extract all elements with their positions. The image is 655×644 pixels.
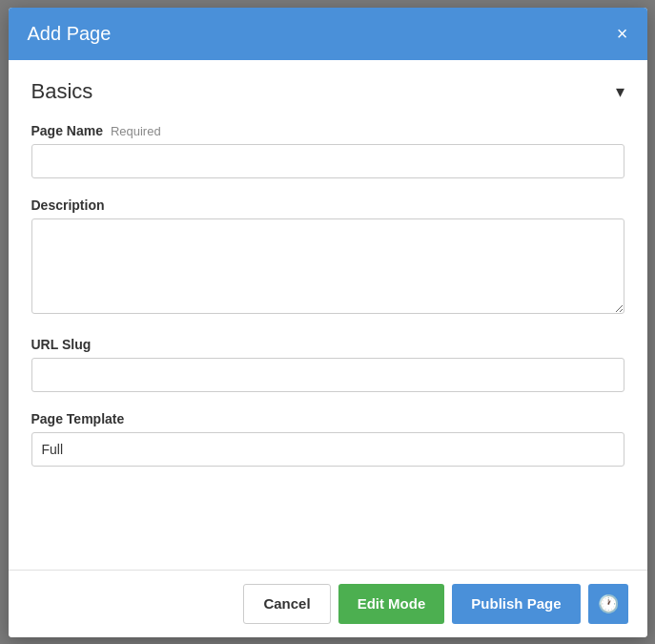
required-text: Required: [111, 124, 161, 138]
form-group-page-name: Page Name Required: [31, 123, 624, 178]
schedule-button[interactable]: 🕐: [588, 584, 628, 624]
close-button[interactable]: ×: [617, 24, 628, 43]
modal-body: Basics ▾ Page Name Required Description …: [9, 60, 647, 570]
cancel-button[interactable]: Cancel: [243, 584, 330, 624]
modal-footer: Cancel Edit Mode Publish Page 🕐: [9, 570, 647, 637]
page-template-label: Page Template: [31, 411, 624, 426]
publish-page-button[interactable]: Publish Page: [452, 584, 580, 624]
modal-container: Add Page × Basics ▾ Page Name Required D…: [9, 8, 647, 637]
url-slug-input[interactable]: [31, 358, 624, 392]
form-group-url-slug: URL Slug: [31, 337, 624, 392]
description-input[interactable]: [31, 218, 624, 314]
clock-icon: 🕐: [598, 593, 619, 614]
url-slug-label: URL Slug: [31, 337, 624, 352]
form-group-description: Description: [31, 197, 624, 318]
section-title-basics: Basics: [31, 79, 93, 104]
modal-header: Add Page ×: [9, 8, 647, 60]
modal-title: Add Page: [28, 23, 112, 45]
edit-mode-button[interactable]: Edit Mode: [338, 584, 445, 624]
chevron-down-icon[interactable]: ▾: [616, 81, 624, 102]
page-name-input[interactable]: [31, 144, 624, 178]
page-template-select[interactable]: Full Sidebar Left Sidebar Right Blank: [31, 432, 624, 467]
modal-overlay: Add Page × Basics ▾ Page Name Required D…: [0, 0, 655, 644]
section-header-basics: Basics ▾: [31, 79, 624, 104]
description-label: Description: [31, 197, 624, 213]
form-group-page-template: Page Template Full Sidebar Left Sidebar …: [31, 411, 624, 467]
page-name-label: Page Name Required: [31, 123, 624, 138]
